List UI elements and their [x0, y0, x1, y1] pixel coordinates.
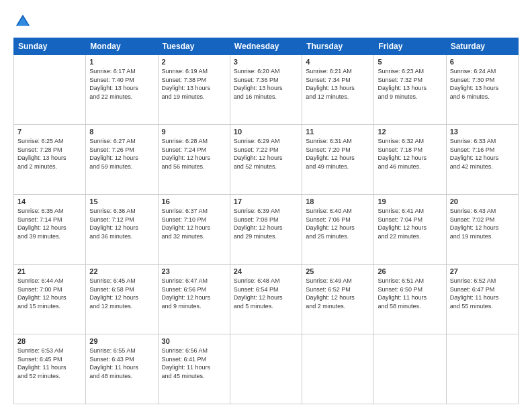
calendar-cell: [374, 334, 446, 404]
logo: [13, 12, 35, 31]
day-number: 5: [378, 58, 442, 66]
day-number: 4: [306, 58, 370, 66]
calendar-cell: [302, 334, 374, 404]
calendar-header-friday: Friday: [374, 38, 446, 55]
calendar-week-3: 21Sunrise: 6:44 AM Sunset: 7:00 PM Dayli…: [14, 265, 519, 334]
cell-content: Sunrise: 6:23 AM Sunset: 7:32 PM Dayligh…: [378, 67, 442, 101]
calendar-cell: 1Sunrise: 6:17 AM Sunset: 7:40 PM Daylig…: [86, 55, 158, 125]
day-number: 15: [89, 197, 154, 205]
calendar-cell: 19Sunrise: 6:41 AM Sunset: 7:04 PM Dayli…: [374, 195, 446, 265]
calendar-cell: 27Sunrise: 6:52 AM Sunset: 6:47 PM Dayli…: [446, 265, 518, 334]
day-number: 1: [89, 58, 154, 66]
day-number: 30: [162, 337, 226, 345]
day-number: 25: [306, 267, 370, 275]
day-number: 14: [17, 197, 82, 205]
calendar-cell: 17Sunrise: 6:39 AM Sunset: 7:08 PM Dayli…: [230, 195, 302, 265]
cell-content: Sunrise: 6:49 AM Sunset: 6:52 PM Dayligh…: [306, 277, 370, 310]
day-number: 3: [234, 58, 298, 66]
day-number: 2: [162, 58, 226, 66]
day-number: 6: [450, 58, 515, 66]
cell-content: Sunrise: 6:21 AM Sunset: 7:34 PM Dayligh…: [306, 67, 370, 101]
day-number: 11: [306, 128, 370, 136]
cell-content: Sunrise: 6:31 AM Sunset: 7:20 PM Dayligh…: [306, 137, 370, 171]
calendar-header-saturday: Saturday: [446, 38, 518, 55]
calendar-week-1: 7Sunrise: 6:25 AM Sunset: 7:28 PM Daylig…: [14, 125, 519, 195]
calendar-header-row: SundayMondayTuesdayWednesdayThursdayFrid…: [14, 38, 519, 55]
cell-content: Sunrise: 6:33 AM Sunset: 7:16 PM Dayligh…: [450, 137, 515, 171]
cell-content: Sunrise: 6:32 AM Sunset: 7:18 PM Dayligh…: [378, 137, 442, 171]
page: SundayMondayTuesdayWednesdayThursdayFrid…: [0, 0, 532, 411]
cell-content: Sunrise: 6:17 AM Sunset: 7:40 PM Dayligh…: [89, 67, 154, 101]
calendar-cell: 12Sunrise: 6:32 AM Sunset: 7:18 PM Dayli…: [374, 125, 446, 195]
day-number: 20: [450, 197, 515, 205]
day-number: 17: [234, 197, 298, 205]
calendar-header-wednesday: Wednesday: [230, 38, 302, 55]
cell-content: Sunrise: 6:40 AM Sunset: 7:06 PM Dayligh…: [306, 207, 370, 240]
calendar-table: SundayMondayTuesdayWednesdayThursdayFrid…: [13, 38, 519, 404]
calendar-cell: 5Sunrise: 6:23 AM Sunset: 7:32 PM Daylig…: [374, 55, 446, 125]
calendar-cell: [446, 334, 518, 404]
calendar-header-tuesday: Tuesday: [158, 38, 230, 55]
day-number: 28: [17, 337, 82, 345]
cell-content: Sunrise: 6:19 AM Sunset: 7:38 PM Dayligh…: [162, 67, 226, 101]
calendar-cell: 3Sunrise: 6:20 AM Sunset: 7:36 PM Daylig…: [230, 55, 302, 125]
calendar-cell: 25Sunrise: 6:49 AM Sunset: 6:52 PM Dayli…: [302, 265, 374, 334]
day-number: 8: [89, 128, 154, 136]
calendar-cell: 28Sunrise: 6:53 AM Sunset: 6:45 PM Dayli…: [14, 334, 86, 404]
calendar-cell: 30Sunrise: 6:56 AM Sunset: 6:41 PM Dayli…: [158, 334, 230, 404]
cell-content: Sunrise: 6:52 AM Sunset: 6:47 PM Dayligh…: [450, 277, 515, 310]
calendar-cell: 15Sunrise: 6:36 AM Sunset: 7:12 PM Dayli…: [86, 195, 158, 265]
header: [13, 12, 519, 31]
calendar-cell: [230, 334, 302, 404]
calendar-header-thursday: Thursday: [302, 38, 374, 55]
cell-content: Sunrise: 6:44 AM Sunset: 7:00 PM Dayligh…: [17, 277, 82, 310]
cell-content: Sunrise: 6:29 AM Sunset: 7:22 PM Dayligh…: [234, 137, 298, 171]
calendar-cell: 4Sunrise: 6:21 AM Sunset: 7:34 PM Daylig…: [302, 55, 374, 125]
calendar-week-4: 28Sunrise: 6:53 AM Sunset: 6:45 PM Dayli…: [14, 334, 519, 404]
day-number: 16: [162, 197, 226, 205]
cell-content: Sunrise: 6:24 AM Sunset: 7:30 PM Dayligh…: [450, 67, 515, 101]
cell-content: Sunrise: 6:48 AM Sunset: 6:54 PM Dayligh…: [234, 277, 298, 310]
calendar-cell: 20Sunrise: 6:43 AM Sunset: 7:02 PM Dayli…: [446, 195, 518, 265]
calendar-cell: 13Sunrise: 6:33 AM Sunset: 7:16 PM Dayli…: [446, 125, 518, 195]
day-number: 22: [89, 267, 154, 275]
calendar-week-2: 14Sunrise: 6:35 AM Sunset: 7:14 PM Dayli…: [14, 195, 519, 265]
calendar-cell: 14Sunrise: 6:35 AM Sunset: 7:14 PM Dayli…: [14, 195, 86, 265]
calendar-cell: 23Sunrise: 6:47 AM Sunset: 6:56 PM Dayli…: [158, 265, 230, 334]
calendar-cell: 24Sunrise: 6:48 AM Sunset: 6:54 PM Dayli…: [230, 265, 302, 334]
cell-content: Sunrise: 6:41 AM Sunset: 7:04 PM Dayligh…: [378, 207, 442, 240]
calendar-header-sunday: Sunday: [14, 38, 86, 55]
cell-content: Sunrise: 6:37 AM Sunset: 7:10 PM Dayligh…: [162, 207, 226, 240]
day-number: 10: [234, 128, 298, 136]
day-number: 18: [306, 197, 370, 205]
calendar-cell: 21Sunrise: 6:44 AM Sunset: 7:00 PM Dayli…: [14, 265, 86, 334]
cell-content: Sunrise: 6:53 AM Sunset: 6:45 PM Dayligh…: [17, 347, 82, 380]
day-number: 26: [378, 267, 442, 275]
calendar-cell: 9Sunrise: 6:28 AM Sunset: 7:24 PM Daylig…: [158, 125, 230, 195]
calendar-cell: [14, 55, 86, 125]
cell-content: Sunrise: 6:27 AM Sunset: 7:26 PM Dayligh…: [89, 137, 154, 171]
calendar-cell: 2Sunrise: 6:19 AM Sunset: 7:38 PM Daylig…: [158, 55, 230, 125]
cell-content: Sunrise: 6:36 AM Sunset: 7:12 PM Dayligh…: [89, 207, 154, 240]
cell-content: Sunrise: 6:39 AM Sunset: 7:08 PM Dayligh…: [234, 207, 298, 240]
cell-content: Sunrise: 6:28 AM Sunset: 7:24 PM Dayligh…: [162, 137, 226, 171]
calendar-cell: 26Sunrise: 6:51 AM Sunset: 6:50 PM Dayli…: [374, 265, 446, 334]
calendar-cell: 18Sunrise: 6:40 AM Sunset: 7:06 PM Dayli…: [302, 195, 374, 265]
cell-content: Sunrise: 6:20 AM Sunset: 7:36 PM Dayligh…: [234, 67, 298, 101]
day-number: 21: [17, 267, 82, 275]
cell-content: Sunrise: 6:47 AM Sunset: 6:56 PM Dayligh…: [162, 277, 226, 310]
calendar-cell: 7Sunrise: 6:25 AM Sunset: 7:28 PM Daylig…: [14, 125, 86, 195]
cell-content: Sunrise: 6:51 AM Sunset: 6:50 PM Dayligh…: [378, 277, 442, 310]
cell-content: Sunrise: 6:45 AM Sunset: 6:58 PM Dayligh…: [89, 277, 154, 310]
day-number: 29: [89, 337, 154, 345]
calendar-header-monday: Monday: [86, 38, 158, 55]
day-number: 24: [234, 267, 298, 275]
cell-content: Sunrise: 6:35 AM Sunset: 7:14 PM Dayligh…: [17, 207, 82, 240]
calendar-cell: 22Sunrise: 6:45 AM Sunset: 6:58 PM Dayli…: [86, 265, 158, 334]
logo-icon: [13, 12, 32, 31]
cell-content: Sunrise: 6:55 AM Sunset: 6:43 PM Dayligh…: [89, 347, 154, 380]
calendar-cell: 10Sunrise: 6:29 AM Sunset: 7:22 PM Dayli…: [230, 125, 302, 195]
day-number: 19: [378, 197, 442, 205]
cell-content: Sunrise: 6:56 AM Sunset: 6:41 PM Dayligh…: [162, 347, 226, 380]
calendar-cell: 29Sunrise: 6:55 AM Sunset: 6:43 PM Dayli…: [86, 334, 158, 404]
